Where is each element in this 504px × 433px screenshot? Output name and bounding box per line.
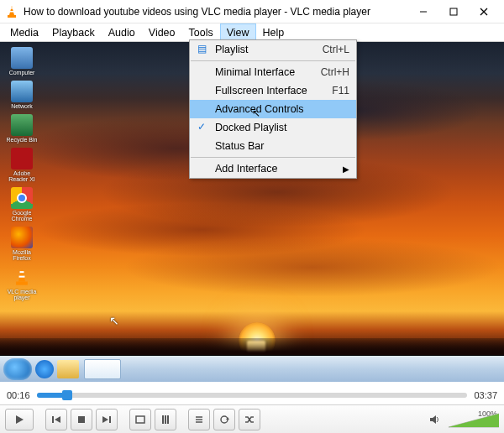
seek-row: 00:16 03:37	[0, 386, 504, 404]
desktop-icon-label: Computer	[9, 70, 35, 76]
time-elapsed[interactable]: 00:16	[7, 390, 30, 400]
desktop-icon-network: Network	[3, 81, 40, 109]
explorer-icon	[57, 360, 79, 378]
menuitem-shortcut: Ctrl+H	[321, 66, 349, 78]
playlist-icon: ▤	[195, 42, 208, 55]
desktop-icon-chrome: Google Chrome	[3, 187, 40, 222]
mute-button[interactable]	[423, 409, 445, 430]
menuitem-minimal-interface[interactable]: Minimal InterfaceCtrl+H	[190, 63, 356, 81]
desktop-icon-computer: Computer	[3, 47, 40, 76]
cursor-icon: ↖	[252, 107, 260, 119]
control-bar: 100%	[0, 404, 504, 433]
window-title: How to download youtube videos using VLC…	[24, 6, 408, 18]
svg-rect-21	[167, 415, 169, 424]
svg-rect-19	[162, 415, 164, 424]
firefox-icon	[11, 227, 33, 248]
desktop-icon-label: Google Chrome	[3, 210, 40, 222]
desktop-icon-label: Recycle Bin	[7, 137, 38, 143]
menuitem-docked-playlist[interactable]: ✓Docked Playlist	[190, 118, 356, 137]
menuitem-add-interface[interactable]: Add Interface▶	[190, 159, 356, 178]
desktop-icon-firefox: Mozilla Firefox	[3, 227, 40, 261]
svg-rect-10	[20, 271, 24, 273]
svg-rect-2	[10, 8, 13, 9]
recycle-icon	[11, 114, 33, 136]
svg-rect-18	[136, 416, 144, 423]
menuitem-shortcut: Ctrl+L	[323, 44, 349, 55]
seek-slider[interactable]	[37, 393, 468, 398]
view-menu-dropdown: ▤PlaylistCtrl+LMinimal InterfaceCtrl+HFu…	[189, 39, 357, 179]
svg-rect-17	[109, 416, 111, 423]
svg-marker-0	[9, 6, 14, 15]
menuitem-label: Fullscreen Interface	[215, 85, 307, 97]
maximize-button[interactable]	[438, 0, 469, 23]
chrome-icon	[11, 187, 33, 209]
shuffle-button[interactable]	[239, 409, 260, 430]
menu-tools[interactable]: Tools	[182, 23, 220, 41]
menuitem-fullscreen-interface[interactable]: Fullscreen InterfaceF11	[190, 81, 356, 100]
cursor-icon: ↖	[109, 314, 119, 327]
menuitem-status-bar[interactable]: Status Bar	[190, 137, 356, 155]
vlc-icon	[11, 266, 33, 288]
svg-rect-3	[10, 11, 14, 13]
svg-rect-9	[16, 282, 28, 285]
check-icon: ✓	[195, 120, 208, 133]
menuitem-label: Docked Playlist	[215, 122, 286, 133]
menu-audio[interactable]: Audio	[102, 23, 142, 41]
menuitem-advanced-controls[interactable]: Advanced Controls	[190, 100, 356, 118]
svg-rect-5	[450, 8, 457, 15]
desktop-icon-adobe: Adobe Reader XI	[3, 148, 40, 182]
menuitem-label: Status Bar	[215, 140, 264, 152]
extended-settings-button[interactable]	[155, 409, 176, 430]
previous-button[interactable]	[45, 409, 67, 430]
menu-separator	[191, 157, 355, 158]
svg-marker-26	[430, 415, 436, 424]
menu-media[interactable]: Media	[3, 23, 45, 41]
adobe-icon	[11, 148, 33, 170]
menu-video[interactable]: Video	[142, 23, 182, 41]
desktop-icon-label: Adobe Reader XI	[3, 170, 40, 182]
svg-marker-16	[102, 416, 108, 423]
play-button[interactable]	[5, 409, 34, 430]
menuitem-shortcut: F11	[332, 85, 349, 97]
time-total[interactable]: 03:37	[474, 390, 497, 400]
submenu-arrow-icon: ▶	[343, 164, 349, 174]
ie-icon	[35, 360, 54, 378]
minimize-button[interactable]	[408, 0, 438, 23]
menuitem-label: Add Interface	[215, 163, 277, 175]
menuitem-label: Minimal Interface	[215, 66, 295, 78]
menu-separator	[191, 60, 355, 61]
menu-help[interactable]: Help	[256, 23, 291, 41]
close-button[interactable]	[469, 0, 499, 23]
loop-button[interactable]	[213, 409, 235, 430]
start-button-icon	[3, 358, 32, 380]
playlist-button[interactable]	[188, 409, 210, 430]
svg-marker-12	[16, 415, 24, 424]
desktop-icon-label: Network	[11, 103, 33, 109]
computer-icon	[11, 47, 33, 69]
desktop-icon-vlc: VLC media player	[3, 266, 40, 300]
stop-button[interactable]	[71, 409, 92, 430]
menu-view[interactable]: View	[220, 23, 256, 41]
svg-marker-14	[55, 416, 60, 423]
menuitem-playlist[interactable]: ▤PlaylistCtrl+L	[190, 40, 356, 59]
svg-rect-15	[78, 416, 85, 423]
next-button[interactable]	[96, 409, 118, 430]
menuitem-label: Playlist	[215, 44, 249, 55]
video-taskbar	[0, 356, 504, 382]
vlc-app-icon	[5, 5, 18, 18]
taskbar-window-thumb	[84, 359, 121, 379]
desktop-icon-recycle: Recycle Bin	[3, 114, 40, 143]
fullscreen-button[interactable]	[129, 409, 151, 430]
network-icon	[11, 81, 33, 102]
volume-slider[interactable]: 100%	[449, 411, 499, 428]
svg-rect-20	[165, 415, 166, 424]
desktop-icon-label: Mozilla Firefox	[3, 249, 40, 261]
svg-rect-13	[52, 416, 54, 423]
svg-marker-8	[18, 269, 25, 281]
svg-rect-11	[19, 276, 25, 278]
svg-rect-1	[8, 15, 16, 18]
window-titlebar: How to download youtube videos using VLC…	[0, 0, 504, 23]
desktop-icon-label: VLC media player	[3, 289, 40, 300]
menu-playback[interactable]: Playback	[45, 23, 102, 41]
